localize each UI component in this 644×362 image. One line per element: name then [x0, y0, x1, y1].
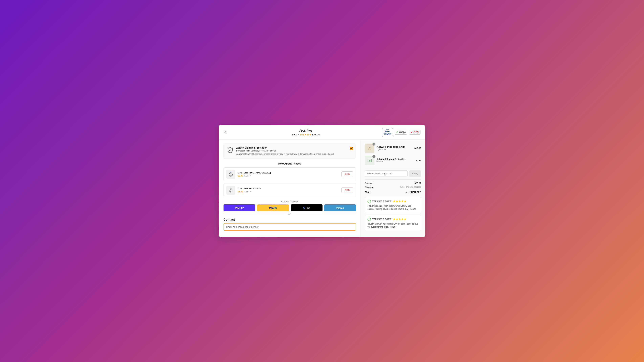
protection-details: Ashlen Shipping Protection 0-49.99	[376, 158, 414, 163]
bbb-badge: BBB BBB ACCREDITED BUSINESS	[382, 128, 393, 136]
divider-1	[365, 168, 421, 168]
total-row: Total USD $20.97	[365, 190, 421, 194]
upsell-ring-orig: $19.99	[244, 175, 251, 177]
bbb-main: BBB	[385, 130, 390, 133]
gpay-g: G	[303, 206, 305, 209]
add-ring-button[interactable]: ADD	[342, 171, 353, 177]
review-card-1: ✓ VERIFIED REVIEW ⭐⭐⭐⭐⭐ Fast shipping an…	[365, 197, 421, 213]
necklace-details: FLOWER JADE NECKLACE Light Green	[376, 146, 412, 151]
right-panel: 1 FLOWER JADE NECKLACE Light Green $19.9…	[361, 139, 425, 237]
shield-icon	[226, 146, 234, 154]
subtotal-label: Subtotal	[365, 182, 373, 184]
upsell-necklace-prices: $5.99 $24.99	[238, 190, 339, 193]
express-label: Express checkout	[224, 200, 356, 203]
upsell-ring-prices: $3.99 $19.99	[238, 174, 339, 177]
reviews-prefix: 5,000 +	[292, 133, 299, 136]
norton-secured: SECURED	[399, 132, 406, 134]
review-text-1: Fast shipping and high quality. Great va…	[368, 204, 418, 211]
subtotal-row: Subtotal $20.97	[365, 182, 421, 184]
verisign-brand: VeriSign	[414, 130, 419, 132]
necklace-qty-badge: 1	[372, 143, 376, 146]
svg-point-0	[229, 173, 232, 176]
shipping-protection-card: Ashlen Shipping Protection Protection fr…	[224, 144, 356, 158]
verisign-secured: Secured	[414, 132, 419, 134]
svg-point-1	[230, 174, 232, 176]
bbb-business: BUSINESS	[384, 134, 390, 135]
norton-badge: ✓ Norton SECURED	[394, 130, 407, 135]
order-item-protection: 1 Ashlen Shipping Protection 0-49.99 $0.…	[365, 156, 421, 165]
express-checkout-section: Express checkout shopPay PayPal GPay ven…	[224, 200, 356, 216]
subtotal-value: $20.97	[414, 182, 421, 184]
add-necklace-button[interactable]: ADD	[342, 187, 353, 193]
or-divider: OR	[224, 213, 356, 216]
review-header-2: ✓ VERIFIED REVIEW ⭐⭐⭐⭐⭐	[368, 218, 418, 221]
review-text-2: Bought as much as possible with the sale…	[368, 222, 418, 228]
protection-text: Ashlen Shipping Protection Protection fr…	[236, 146, 348, 156]
upsell-ring-image: ?	[226, 170, 235, 179]
protection-subtitle: Protection from Damage, Loss & Theft $0.…	[236, 150, 348, 152]
svg-text:?: ?	[231, 172, 231, 173]
upsell-necklace-info: MYSTERY NECKLACE $5.99 $24.99	[238, 187, 339, 193]
upsell-ring-name: MYSTERY RING (ADJUSTABLE)	[238, 171, 339, 174]
shoppay-pay: Pay	[240, 206, 244, 209]
protection-description: Ashlen's Delivery Guarantee provides pea…	[236, 153, 348, 156]
protection-item-price: $0.98	[416, 159, 421, 162]
protection-item-name: Ashlen Shipping Protection	[376, 158, 414, 160]
necklace-name: FLOWER JADE NECKLACE	[376, 146, 412, 148]
upsell-necklace-image: ?	[226, 186, 235, 195]
protection-checkbox[interactable]	[350, 147, 353, 150]
order-item-necklace: 1 FLOWER JADE NECKLACE Light Green $19.9…	[365, 144, 421, 153]
total-amount: $20.97	[410, 190, 421, 194]
verified-check-1: ✓	[368, 200, 371, 203]
gpay-button[interactable]: GPay	[291, 204, 322, 211]
upsell-card-ring: ? MYSTERY RING (ADJUSTABLE) $3.99 $19.99…	[224, 167, 356, 181]
upsell-necklace-sale: $5.99	[238, 190, 243, 193]
review-title-2: VERIFIED REVIEW	[372, 218, 392, 221]
left-panel: Ashlen Shipping Protection Protection fr…	[219, 139, 361, 237]
shipping-label: Shipping	[365, 186, 374, 188]
shipping-row: Shipping Enter shipping address	[365, 186, 421, 188]
review-card-2: ✓ VERIFIED REVIEW ⭐⭐⭐⭐⭐ Bought as much a…	[365, 215, 421, 231]
verified-check-2: ✓	[368, 218, 371, 221]
necklace-price: $19.99	[414, 147, 421, 149]
review-stars-1: ⭐⭐⭐⭐⭐	[393, 200, 406, 203]
paypal-label: Pay	[269, 206, 273, 209]
protection-qty-badge: 1	[372, 155, 376, 158]
shoppay-button[interactable]: shopPay	[224, 204, 255, 211]
venmo-label: venmo	[336, 206, 344, 209]
upsell-title: How About These?	[224, 162, 356, 165]
svg-point-6	[230, 191, 231, 192]
protection-title: Ashlen Shipping Protection	[236, 146, 348, 149]
reviews-suffix: reviews	[312, 133, 320, 136]
header: 🛍 Ashlen 5,000 + ★★★★★ reviews BBB BBB A…	[219, 125, 425, 139]
svg-point-8	[368, 147, 371, 150]
main-layout: Ashlen Shipping Protection Protection fr…	[219, 139, 425, 237]
necklace-img-wrap: 1	[365, 144, 374, 153]
header-center: Ashlen 5,000 + ★★★★★ reviews	[229, 128, 382, 136]
email-field[interactable]	[224, 223, 356, 231]
apply-button[interactable]: Apply	[409, 170, 421, 177]
discount-row: Apply	[365, 170, 421, 177]
brand-name: Ashlen	[299, 128, 312, 133]
cart-icon: 🛍	[224, 130, 227, 134]
contact-section: Contact	[224, 218, 356, 231]
protection-img-wrap: 1	[365, 156, 374, 165]
verisign-badge: ✓ VeriSign Secured	[409, 130, 420, 135]
venmo-button[interactable]: venmo	[324, 204, 356, 211]
header-left: 🛍	[224, 130, 229, 134]
paypal-pal: Pal	[273, 206, 277, 209]
norton-check-icon: ✓	[396, 130, 398, 134]
necklace-variant: Light Green	[376, 148, 412, 151]
gpay-pay: Pay	[306, 206, 310, 209]
header-badges: BBB BBB ACCREDITED BUSINESS ✓ Norton SEC…	[382, 128, 420, 136]
verisign-check-icon: ✓	[410, 130, 413, 134]
discount-input[interactable]	[365, 170, 408, 177]
upsell-ring-info: MYSTERY RING (ADJUSTABLE) $3.99 $19.99	[238, 171, 339, 177]
upsell-necklace-orig: $24.99	[244, 191, 251, 193]
review-title-1: VERIFIED REVIEW	[372, 200, 392, 203]
paypal-button[interactable]: PayPal	[257, 204, 289, 211]
protection-item-variant: 0-49.99	[376, 160, 414, 163]
norton-brand: Norton	[399, 130, 406, 132]
bbb-accredited: ACCREDITED	[384, 133, 391, 134]
upsell-ring-sale: $3.99	[238, 174, 243, 177]
